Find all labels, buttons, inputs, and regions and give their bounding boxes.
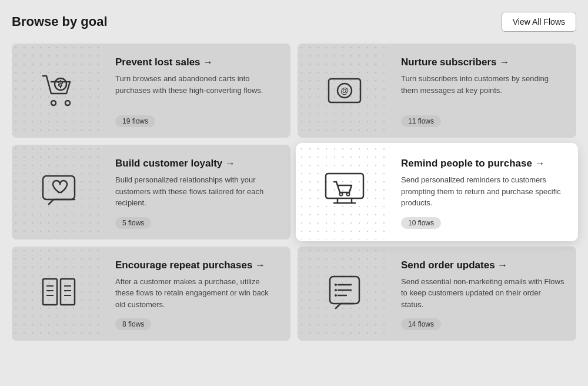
card-badge-send-order-updates: 14 flows <box>401 318 441 330</box>
monitor-cart-icon <box>321 169 368 215</box>
card-prevent-lost-sales[interactable]: Prevent lost sales → Turn browses and ab… <box>12 44 290 138</box>
card-content-encourage-repeat-purchases: Encourage repeat purchases → After a cus… <box>106 247 290 341</box>
card-icon-area-remind-people-to-purchase <box>298 145 392 239</box>
card-description-send-order-updates: Send essential non-marketing emails with… <box>401 276 564 311</box>
svg-point-24 <box>335 294 337 297</box>
card-icon-area-nurture-subscribers: @ <box>298 44 392 138</box>
card-encourage-repeat-purchases[interactable]: Encourage repeat purchases → After a cus… <box>12 247 290 341</box>
card-badge-remind-people-to-purchase: 10 flows <box>401 217 441 229</box>
cart-dollar-icon <box>38 69 79 112</box>
card-description-nurture-subscribers: Turn subscribers into customers by sendi… <box>401 73 564 96</box>
card-icon-area-prevent-lost-sales <box>12 44 106 138</box>
card-content-prevent-lost-sales: Prevent lost sales → Turn browses and ab… <box>106 44 290 138</box>
card-icon-area-send-order-updates <box>298 247 392 341</box>
card-nurture-subscribers[interactable]: @ Nurture subscribers → Turn subscribers… <box>298 44 576 138</box>
card-badge-nurture-subscribers: 11 flows <box>401 115 441 127</box>
heart-chat-icon <box>38 170 79 214</box>
card-content-send-order-updates: Send order updates → Send essential non-… <box>392 247 576 341</box>
card-icon-area-build-customer-loyalty <box>12 145 106 239</box>
card-icon-area-encourage-repeat-purchases <box>12 247 106 341</box>
card-badge-build-customer-loyalty: 5 flows <box>115 217 151 229</box>
card-build-customer-loyalty[interactable]: Build customer loyalty → Build personali… <box>12 145 290 239</box>
card-remind-people-to-purchase[interactable]: Remind people to purchase → Send persona… <box>298 145 576 239</box>
view-all-flows-button[interactable]: View All Flows <box>502 12 576 32</box>
svg-point-22 <box>335 289 337 291</box>
card-title-build-customer-loyalty: Build customer loyalty → <box>115 158 279 169</box>
card-title-send-order-updates: Send order updates → <box>401 259 564 271</box>
book-icon <box>38 273 79 314</box>
card-description-prevent-lost-sales: Turn browses and abandoned carts into pu… <box>115 73 279 96</box>
goals-grid: Prevent lost sales → Turn browses and ab… <box>12 44 576 341</box>
card-description-build-customer-loyalty: Build personalized relationships with yo… <box>115 174 279 209</box>
card-title-encourage-repeat-purchases: Encourage repeat purchases → <box>115 259 279 271</box>
header: Browse by goal View All Flows <box>12 12 576 32</box>
email-icon: @ <box>324 71 365 111</box>
svg-text:@: @ <box>340 86 349 95</box>
card-send-order-updates[interactable]: Send order updates → Send essential non-… <box>298 247 576 341</box>
card-description-encourage-repeat-purchases: After a customer makes a purchase, utili… <box>115 276 279 311</box>
page-container: Browse by goal View All Flows Prevent lo… <box>12 12 576 341</box>
card-content-remind-people-to-purchase: Remind people to purchase → Send persona… <box>392 145 576 239</box>
svg-point-1 <box>65 101 70 105</box>
card-badge-prevent-lost-sales: 19 flows <box>115 115 155 127</box>
card-description-remind-people-to-purchase: Send personalized reminders to customers… <box>401 174 564 209</box>
card-badge-encourage-repeat-purchases: 8 flows <box>115 318 151 330</box>
page-title: Browse by goal <box>12 14 108 29</box>
svg-rect-6 <box>43 176 75 199</box>
svg-point-0 <box>51 101 56 105</box>
card-title-prevent-lost-sales: Prevent lost sales → <box>115 56 279 68</box>
svg-point-8 <box>340 192 343 195</box>
svg-point-9 <box>347 192 350 195</box>
message-list-icon <box>324 272 365 315</box>
card-content-build-customer-loyalty: Build customer loyalty → Build personali… <box>106 145 290 239</box>
card-content-nurture-subscribers: Nurture subscribers → Turn subscribers i… <box>392 44 576 138</box>
svg-rect-10 <box>43 279 57 305</box>
card-title-remind-people-to-purchase: Remind people to purchase → <box>401 158 564 169</box>
card-title-nurture-subscribers: Nurture subscribers → <box>401 56 564 68</box>
svg-rect-11 <box>61 279 75 305</box>
svg-point-20 <box>335 284 337 286</box>
